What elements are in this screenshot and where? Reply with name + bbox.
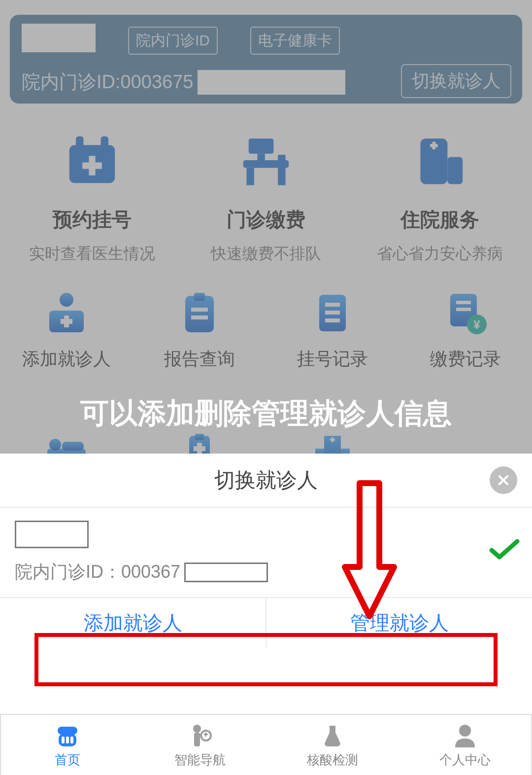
svg-rect-18 [185,296,214,332]
svg-text:¥: ¥ [473,318,480,331]
svg-point-48 [193,725,201,733]
tab-label: 核酸检测 [307,751,358,769]
patient-id-masked [198,70,345,95]
desk-icon [239,133,293,187]
grid-add-patient[interactable]: 添加就诊人 [0,291,133,371]
svg-rect-37 [194,446,205,451]
svg-rect-2 [100,137,108,151]
service-title: 预约挂号 [5,206,179,233]
tab-label: 智能导航 [174,751,226,769]
receipt-money-icon: ¥ [443,291,488,335]
svg-rect-28 [456,308,471,311]
health-card-tag[interactable]: 电子健康卡 [250,27,340,55]
svg-rect-23 [325,303,340,307]
svg-rect-19 [194,293,205,301]
patient-id-label: 院内门诊ID:0003675 [22,70,194,95]
hospital-building-icon [413,133,467,187]
svg-rect-13 [432,142,436,149]
svg-rect-1 [76,137,83,151]
service-title: 住院服务 [353,206,527,233]
svg-rect-5 [249,139,274,154]
svg-rect-43 [58,727,77,735]
svg-rect-20 [191,308,208,312]
grid-title: 报告查询 [133,347,266,371]
svg-rect-47 [70,737,73,743]
grid-report-query[interactable]: 报告查询 [133,291,266,371]
grid-title: 添加就诊人 [0,347,133,371]
svg-rect-27 [456,301,471,304]
home-icon [54,722,81,749]
entry-name-masked [15,521,89,548]
switch-patient-button[interactable]: 切换就诊人 [401,64,511,98]
tab-profile[interactable]: 个人中心 [399,715,531,775]
svg-rect-8 [246,168,254,185]
close-icon [497,473,510,487]
grid-row: 添加就诊人 报告查询 挂号记录 ¥ 缴费记录 [0,291,532,371]
svg-rect-21 [191,316,208,319]
service-sub: 省心省力安心养病 [353,243,527,265]
tab-bar: 首页 智能导航 核酸检测 个人中心 [0,714,532,775]
svg-rect-24 [325,311,340,315]
svg-rect-25 [325,318,340,322]
entry-id-label: 院内门诊ID：000367 [15,560,180,584]
service-appointment[interactable]: 预约挂号 实时查看医生情况 [5,133,179,265]
svg-rect-46 [66,737,69,743]
add-patient-icon [44,291,89,335]
clipboard-icon [177,291,222,335]
svg-point-14 [60,293,73,307]
overlay-hint-text: 可以添加删除管理就诊人信息 [0,394,532,433]
guide-icon [186,722,214,749]
service-title: 门诊缴费 [179,206,353,233]
hospital-id-tag[interactable]: 院内门诊ID [128,27,218,55]
service-inpatient[interactable]: 住院服务 省心省力安心养病 [353,133,527,265]
tab-navigation[interactable]: 智能导航 [133,715,266,775]
svg-point-53 [459,725,471,737]
svg-rect-52 [205,733,206,737]
svg-point-32 [49,439,61,451]
document-list-icon [310,291,355,335]
entry-id-masked [184,563,268,582]
patient-entry[interactable]: 院内门诊ID：000367 [0,508,532,598]
flask-icon [319,722,346,749]
patient-name-masked [22,24,96,52]
user-icon [451,722,479,749]
tab-label: 个人中心 [439,751,491,769]
svg-rect-4 [82,162,102,169]
svg-rect-35 [195,434,204,440]
switch-patient-sheet: 切换就诊人 院内门诊ID：000367 添加就诊人 管理就诊人 [0,454,532,714]
sheet-title: 切换就诊人 [214,466,318,494]
calendar-plus-icon [65,133,119,187]
service-payment[interactable]: 门诊缴费 快速缴费不排队 [179,133,353,265]
add-patient-button[interactable]: 添加就诊人 [0,598,266,647]
check-icon [489,537,520,562]
svg-rect-11 [448,157,463,184]
service-row: 预约挂号 实时查看医生情况 门诊缴费 快速缴费不排队 住院服务 省心省力安心养病 [0,133,532,265]
manage-patient-button[interactable]: 管理就诊人 [266,598,532,647]
svg-rect-6 [257,154,265,160]
sheet-actions: 添加就诊人 管理就诊人 [0,598,532,647]
tab-home[interactable]: 首页 [1,715,133,775]
grid-register-records[interactable]: 挂号记录 [266,291,399,371]
service-sub: 实时查看医生情况 [5,243,179,265]
tab-label: 首页 [55,751,80,769]
svg-rect-33 [62,442,84,451]
sheet-header: 切换就诊人 [0,454,532,508]
service-sub: 快速缴费不排队 [179,243,353,265]
tab-nucleic-test[interactable]: 核酸检测 [266,715,399,775]
svg-rect-45 [62,737,65,743]
grid-payment-records[interactable]: ¥ 缴费记录 [399,291,532,371]
close-button[interactable] [490,466,517,494]
svg-rect-9 [278,155,285,185]
svg-rect-17 [61,319,72,324]
patient-card: 院内门诊ID 电子健康卡 院内门诊ID:0003675 切换就诊人 [10,15,522,104]
svg-rect-49 [194,733,200,746]
grid-title: 挂号记录 [266,347,399,371]
svg-rect-42 [332,437,333,442]
grid-title: 缴费记录 [399,347,532,371]
